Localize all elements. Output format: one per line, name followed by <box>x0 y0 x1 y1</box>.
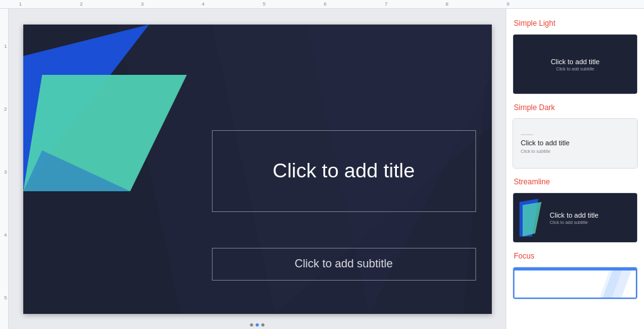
slide-title: Click to add title <box>273 159 415 182</box>
ruler-left: 1 2 3 4 5 <box>0 9 9 329</box>
theme-sd-title-text: Click to add title <box>521 139 630 147</box>
theme-preview-focus <box>513 267 637 299</box>
ruler-top: 1 2 3 4 5 6 7 8 9 <box>0 0 644 9</box>
canvas-area: Click to add title Click to add subtitle <box>9 9 506 329</box>
slide-subtitle-box[interactable]: Click to add subtitle <box>212 248 476 281</box>
slide-title-box[interactable]: Click to add title <box>212 130 476 212</box>
theme-preview-simple-light: Click to add title Click to add subtitle <box>513 35 637 94</box>
streamline-label[interactable]: Streamline <box>506 172 644 189</box>
theme-preview-streamline: Click to add title Click to add subtitle <box>513 193 637 242</box>
simple-light-label[interactable]: Simple Light <box>506 14 644 30</box>
page-dot-1[interactable] <box>250 323 253 326</box>
theme-preview-simple-dark: Click to add title Click to subtitle <box>513 119 637 168</box>
theme-str-title-text: Click to add title <box>550 211 599 219</box>
svg-marker-8 <box>523 202 541 237</box>
theme-card-focus[interactable] <box>513 267 638 299</box>
theme-sl-sub-text: Click to add subtitle <box>551 67 600 71</box>
main-area: 1 2 3 4 5 C <box>0 9 644 329</box>
theme-card-simple-dark[interactable]: Click to add title Click to subtitle <box>513 118 638 169</box>
theme-sd-line <box>521 134 533 135</box>
page-dots <box>250 323 265 326</box>
theme-card-streamline[interactable]: Click to add title Click to add subtitle <box>513 192 638 243</box>
simple-dark-label[interactable]: Simple Dark <box>506 98 644 114</box>
focus-label[interactable]: Focus <box>506 247 644 263</box>
streamline-shapes <box>519 199 545 237</box>
theme-str-sub-text: Click to add subtitle <box>550 220 599 225</box>
themes-sidebar: Simple Light Click to add title Click to… <box>506 9 644 329</box>
page-dot-2[interactable] <box>256 323 259 326</box>
main-slide[interactable]: Click to add title Click to add subtitle <box>23 25 492 314</box>
slide-subtitle: Click to add subtitle <box>294 257 392 270</box>
theme-sd-sub-text: Click to subtitle <box>521 149 630 153</box>
theme-sl-title-text: Click to add title <box>551 58 600 65</box>
page-dot-3[interactable] <box>262 323 265 326</box>
theme-card-simple-light[interactable]: Click to add title Click to add subtitle <box>513 34 638 94</box>
